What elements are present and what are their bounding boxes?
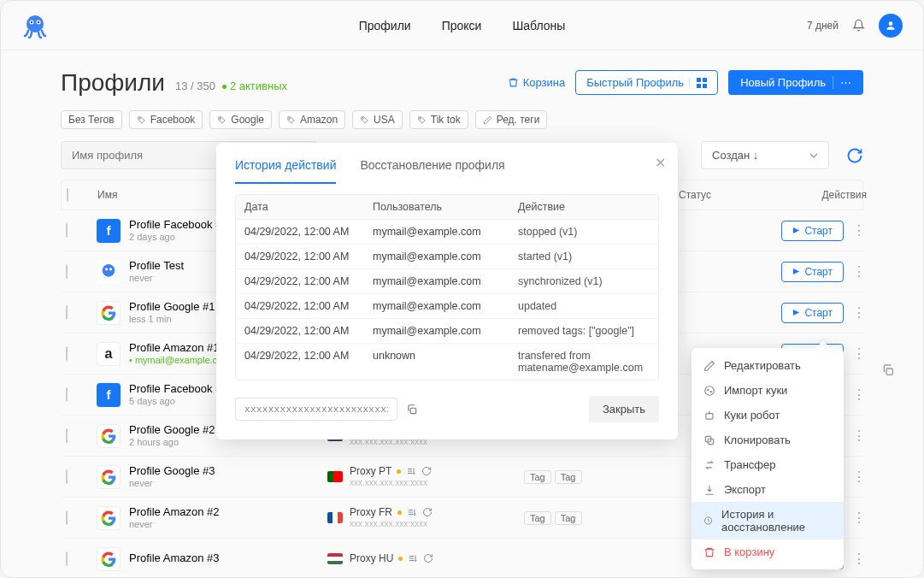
hash-field[interactable]	[235, 398, 397, 421]
mcol-action: Действие	[518, 201, 650, 213]
tab-restore[interactable]: Восстановление профиля	[360, 158, 504, 184]
ctx-import-cookie[interactable]: Импорт куки	[692, 378, 844, 403]
context-menu: Редактировать Импорт куки Куки робот Кло…	[692, 348, 844, 569]
svg-rect-22	[706, 413, 713, 418]
copy-icon[interactable]	[406, 404, 418, 416]
history-row: 04/29/2022, 12:00 AMmymail@example.comre…	[236, 319, 658, 344]
close-icon[interactable]: ✕	[655, 155, 666, 171]
svg-point-19	[705, 386, 715, 395]
history-row: 04/29/2022, 12:00 AMmymail@example.comst…	[236, 245, 658, 269]
svg-rect-26	[886, 369, 892, 375]
ctx-export[interactable]: Экспорт	[692, 477, 844, 502]
history-row: 04/29/2022, 12:00 AMunknowntransfered fr…	[236, 344, 658, 380]
tab-history[interactable]: История действий	[235, 158, 336, 184]
ctx-transfer[interactable]: Трансфер	[692, 452, 844, 477]
history-row: 04/29/2022, 12:00 AMmymail@example.comup…	[236, 294, 658, 319]
svg-point-20	[708, 389, 709, 390]
ctx-clone[interactable]: Клонировать	[692, 428, 844, 452]
mcol-user: Пользователь	[373, 201, 518, 213]
mcol-date: Дата	[244, 201, 373, 213]
ctx-history[interactable]: История и аосстановление	[692, 502, 844, 540]
copy-float-icon[interactable]	[881, 363, 895, 377]
history-row: 04/29/2022, 12:00 AMmymail@example.comsy…	[236, 269, 658, 294]
history-row: 04/29/2022, 12:00 AMmymail@example.comst…	[236, 220, 658, 245]
ctx-edit[interactable]: Редактировать	[692, 353, 844, 378]
ctx-trash[interactable]: В корзину	[692, 540, 844, 564]
ctx-cookie-robot[interactable]: Куки робот	[692, 403, 844, 428]
svg-rect-18	[410, 408, 415, 413]
history-modal: ✕ История действий Восстановление профил…	[216, 143, 678, 439]
svg-point-21	[710, 391, 711, 392]
close-button[interactable]: Закрыть	[589, 396, 659, 422]
